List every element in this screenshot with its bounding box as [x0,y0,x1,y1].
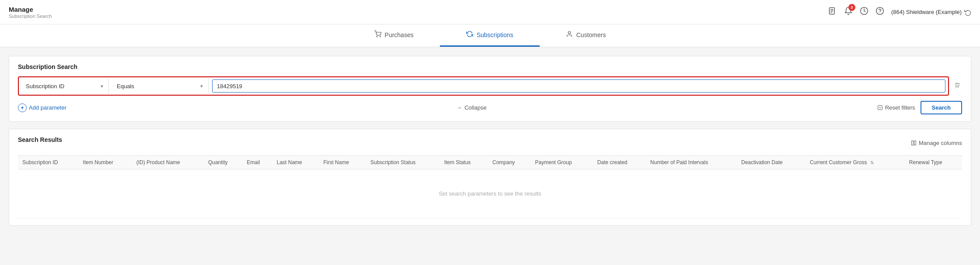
results-table: Subscription ID Item Number (ID) Product… [18,155,962,218]
customers-icon [566,31,573,39]
header-actions: 3 (864) Shieldware (Example) [828,7,971,17]
filter-operator-chevron-icon: ▼ [199,84,204,89]
col-first-name: First Name [319,156,366,169]
col-product-name: (ID) Product Name [132,156,204,169]
col-last-name: Last Name [272,156,319,169]
app-header: Manage Subscription Search 3 (864) Shiel… [0,0,980,24]
subscriptions-icon [466,31,473,39]
header-branding: Manage Subscription Search [9,6,52,19]
filter-field-dropdown[interactable]: Subscription ID ▼ [21,79,109,93]
table-header: Subscription ID Item Number (ID) Product… [18,156,962,169]
add-parameter-label: Add parameter [29,104,66,111]
app-subtitle: Subscription Search [9,14,52,19]
svg-rect-13 [912,141,914,145]
search-button-label: Search [932,104,951,111]
results-card: Search Results Manage columns Subscripti… [9,129,971,226]
tab-subscriptions[interactable]: Subscriptions [440,24,540,47]
col-quantity: Quantity [204,156,242,169]
tab-subscriptions-label: Subscriptions [477,31,513,38]
account-label[interactable]: (864) Shieldware (Example) [891,9,971,16]
col-email: Email [242,156,272,169]
tab-customers[interactable]: Customers [540,24,632,47]
app-title: Manage [9,6,52,14]
manage-columns-label: Manage columns [919,140,962,146]
empty-state-row: Set search parameters to see the results [18,169,962,218]
purchases-icon [374,31,381,39]
svg-rect-14 [914,141,916,145]
svg-point-7 [377,36,377,37]
tab-customers-label: Customers [576,31,606,38]
collapse-label: Collapse [464,104,487,111]
col-subscription-id: Subscription ID [18,156,79,169]
svg-point-5 [876,7,884,15]
reset-filters-label: Reset filters [885,104,915,111]
col-paid-intervals: Number of Paid Intervals [646,156,737,169]
filter-field-value: Subscription ID [26,83,64,89]
search-card: Subscription Search Subscription ID ▼ Eq… [9,56,971,122]
empty-state-message: Set search parameters to see the results [22,173,958,214]
tab-purchases[interactable]: Purchases [348,24,440,47]
help-icon[interactable] [875,7,884,17]
nav-tabs: Purchases Subscriptions Customers [0,24,980,47]
add-parameter-button[interactable]: + Add parameter [18,103,66,112]
reset-filters-button[interactable]: Reset filters [877,104,915,111]
table-body: Set search parameters to see the results [18,169,962,218]
account-name: (864) Shieldware (Example) [891,9,962,15]
main-content: Subscription Search Subscription ID ▼ Eq… [0,47,980,260]
filter-operator-value: Equals [117,83,134,89]
notifications-icon[interactable]: 3 [844,7,853,17]
search-params-row: Subscription ID ▼ Equals ▼ [18,76,962,96]
filter-operator-dropdown[interactable]: Equals ▼ [112,79,209,93]
col-date-created: Date created [593,156,646,169]
col-item-number: Item Number [79,156,132,169]
table-header-row: Subscription ID Item Number (ID) Product… [18,156,962,169]
manage-columns-button[interactable]: Manage columns [911,140,962,146]
collapse-button[interactable]: Collapse [457,104,487,111]
col-item-status: Item Status [440,156,488,169]
col-deactivation-date: Deactivation Date [737,156,806,169]
results-header: Search Results Manage columns [18,136,962,149]
history-icon[interactable] [860,7,868,17]
add-param-icon: + [18,103,27,112]
svg-point-9 [568,31,570,34]
search-actions-row: + Add parameter Collapse Reset filters S… [18,101,962,114]
notification-badge: 3 [848,4,855,11]
results-title: Search Results [18,136,62,143]
svg-point-8 [380,36,380,37]
col-renewal-type: Renewal Type [905,156,962,169]
tab-purchases-label: Purchases [385,31,414,38]
filter-field-chevron-icon: ▼ [100,84,104,89]
delete-param-button[interactable] [952,80,962,92]
filter-value-input[interactable] [212,79,945,93]
document-icon[interactable] [828,7,837,17]
search-section-title: Subscription Search [18,63,962,70]
right-actions: Reset filters Search [877,101,962,114]
search-button[interactable]: Search [921,101,962,114]
col-company: Company [488,156,531,169]
col-customer-gross[interactable]: Current Customer Gross ⇅ [806,156,905,169]
col-payment-group: Payment Group [531,156,593,169]
col-subscription-status: Subscription Status [366,156,440,169]
